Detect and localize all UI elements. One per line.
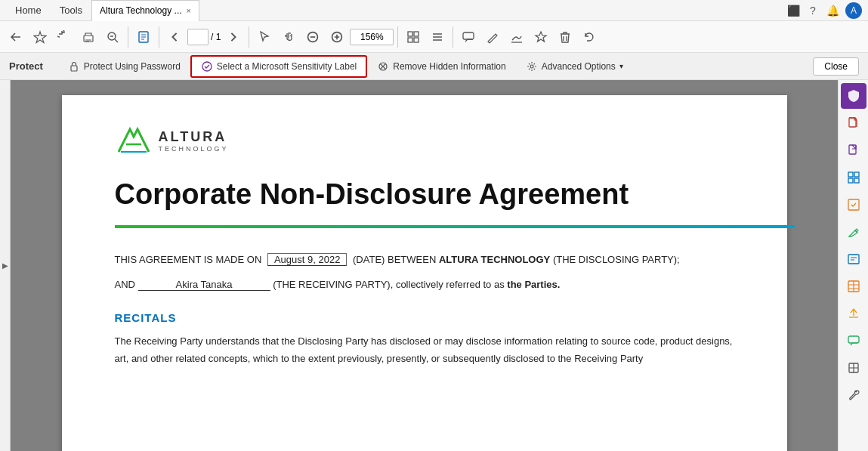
recitals-text: The Receiving Party understands that the… bbox=[115, 333, 734, 366]
protect-password-btn[interactable]: Protect Using Password bbox=[58, 56, 190, 77]
sidebar-share-icon[interactable] bbox=[841, 137, 866, 163]
cast-icon[interactable]: ⬛ bbox=[786, 4, 800, 17]
draw-btn[interactable] bbox=[481, 23, 504, 51]
close-button[interactable]: Close bbox=[813, 57, 859, 76]
sensitivity-btn-label: Select a Microsoft Sensitivity Label bbox=[217, 61, 357, 72]
zoom-plus-btn[interactable] bbox=[326, 23, 348, 51]
hand-btn[interactable] bbox=[277, 23, 300, 51]
active-tab[interactable]: Altura Technology ... × bbox=[91, 0, 199, 21]
nav-tools[interactable]: Tools bbox=[51, 0, 91, 21]
date-label: (DATE) bbox=[353, 254, 385, 265]
sidebar-tools-icon[interactable] bbox=[841, 382, 866, 408]
prev-page-btn[interactable] bbox=[163, 23, 186, 51]
undo-btn[interactable] bbox=[578, 23, 601, 51]
title-bar-right: ⬛ ? 🔔 A bbox=[786, 2, 862, 19]
svg-rect-9 bbox=[463, 32, 474, 39]
stamp-btn[interactable] bbox=[530, 23, 552, 51]
svg-rect-18 bbox=[848, 178, 853, 183]
svg-rect-17 bbox=[854, 172, 859, 177]
svg-rect-20 bbox=[848, 199, 859, 210]
svg-rect-14 bbox=[849, 118, 856, 127]
sep4 bbox=[397, 26, 398, 48]
svg-rect-0 bbox=[84, 36, 93, 42]
document-title: Corporate Non-Disclosure Agreement bbox=[115, 178, 734, 212]
comment-btn[interactable] bbox=[457, 23, 480, 51]
bell-icon[interactable]: 🔔 bbox=[826, 4, 839, 17]
svg-rect-8 bbox=[414, 38, 419, 42]
main-layout: ▶ ALTURA TECHNOLOGY Corporate Non-Disclo… bbox=[0, 80, 868, 451]
nav-menu: Home Tools Altura Technology ... × bbox=[6, 0, 199, 21]
password-icon bbox=[68, 60, 80, 73]
rotate-back-btn[interactable] bbox=[53, 23, 76, 51]
sidebar-edit-icon[interactable] bbox=[841, 219, 866, 245]
sidebar-table-icon[interactable] bbox=[841, 273, 866, 299]
sidebar-enhance-icon[interactable] bbox=[841, 192, 866, 218]
document-area[interactable]: ALTURA TECHNOLOGY Corporate Non-Disclosu… bbox=[11, 80, 838, 451]
adjust-btn[interactable] bbox=[402, 23, 425, 51]
toolbar: 1 / 1 bbox=[0, 21, 868, 53]
back-btn[interactable] bbox=[5, 23, 27, 51]
remove-hidden-btn[interactable]: Remove Hidden Information bbox=[367, 56, 515, 77]
svg-rect-15 bbox=[849, 145, 856, 154]
sensitivity-label-btn[interactable]: Select a Microsoft Sensitivity Label bbox=[190, 55, 367, 78]
zoom-input[interactable] bbox=[350, 29, 394, 45]
agreement-line2: AND Akira Tanaka (THE RECEIVING PARTY), … bbox=[115, 276, 734, 293]
scroll-btn[interactable] bbox=[426, 23, 449, 51]
recitals-title: RECITALS bbox=[115, 311, 734, 324]
right-sidebar bbox=[838, 80, 868, 451]
sidebar-form-icon[interactable] bbox=[841, 246, 866, 272]
protect-label: Protect bbox=[9, 60, 43, 72]
zoom-minus-btn[interactable] bbox=[301, 23, 324, 51]
total-pages: / 1 bbox=[211, 32, 221, 42]
sidebar-export2-icon[interactable] bbox=[841, 301, 866, 326]
next-page-btn[interactable] bbox=[222, 23, 245, 51]
svg-point-11 bbox=[202, 62, 212, 71]
left-collapse-arrow[interactable]: ▶ bbox=[0, 80, 11, 451]
sign-btn[interactable] bbox=[505, 23, 528, 51]
parties-label: the Parties. bbox=[507, 279, 560, 290]
sidebar-organize-icon[interactable] bbox=[841, 165, 866, 190]
logo-company-sub: TECHNOLOGY bbox=[159, 145, 229, 153]
tab-close[interactable]: × bbox=[187, 6, 191, 15]
advanced-icon bbox=[526, 60, 538, 73]
delete-btn[interactable] bbox=[554, 23, 576, 51]
select-btn[interactable] bbox=[253, 23, 276, 51]
page-nav: 1 / 1 bbox=[163, 23, 245, 51]
zoom-group bbox=[350, 29, 394, 45]
sensitivity-icon bbox=[201, 60, 213, 73]
sep1 bbox=[128, 26, 128, 48]
and-label: AND bbox=[115, 279, 135, 290]
create-pdf-btn[interactable] bbox=[132, 23, 155, 51]
company-name: ALTURA TECHNOLOGY bbox=[439, 254, 550, 265]
print-btn[interactable] bbox=[77, 23, 100, 51]
nav-home[interactable]: Home bbox=[6, 0, 51, 21]
remove-hidden-label: Remove Hidden Information bbox=[393, 61, 505, 72]
agreement-intro: THIS AGREEMENT IS MADE ON bbox=[115, 254, 262, 265]
logo-text: ALTURA TECHNOLOGY bbox=[159, 129, 229, 153]
star-btn[interactable] bbox=[29, 23, 51, 51]
svg-rect-16 bbox=[848, 172, 853, 177]
title-bar: Home Tools Altura Technology ... × ⬛ ? 🔔… bbox=[0, 0, 868, 21]
password-btn-label: Protect Using Password bbox=[84, 61, 181, 72]
logo-company-name: ALTURA bbox=[159, 129, 229, 145]
sep2 bbox=[159, 26, 159, 48]
person-name: Akira Tanaka bbox=[138, 279, 270, 291]
sidebar-compress-icon[interactable] bbox=[841, 355, 866, 381]
page-input[interactable]: 1 bbox=[187, 29, 209, 45]
svg-rect-7 bbox=[408, 38, 412, 42]
agreement-line1: THIS AGREEMENT IS MADE ON August 9, 2022… bbox=[115, 251, 734, 268]
svg-rect-23 bbox=[848, 336, 859, 343]
date-value: August 9, 2022 bbox=[267, 253, 347, 266]
receiving-label: (THE RECEIVING PARTY), collectively refe… bbox=[273, 279, 505, 290]
collapse-icon: ▶ bbox=[2, 261, 8, 270]
advanced-options-btn[interactable]: Advanced Options ▾ bbox=[516, 56, 633, 77]
zoom-out-btn[interactable] bbox=[101, 23, 124, 51]
sidebar-export-icon[interactable] bbox=[841, 110, 866, 136]
sidebar-comment-icon[interactable] bbox=[841, 328, 866, 354]
account-icon[interactable]: A bbox=[845, 2, 862, 19]
help-icon[interactable]: ? bbox=[806, 4, 820, 17]
document-page: ALTURA TECHNOLOGY Corporate Non-Disclosu… bbox=[62, 95, 787, 451]
sidebar-protect-icon[interactable] bbox=[841, 83, 866, 109]
svg-rect-5 bbox=[408, 32, 412, 36]
advanced-chevron: ▾ bbox=[619, 62, 623, 70]
